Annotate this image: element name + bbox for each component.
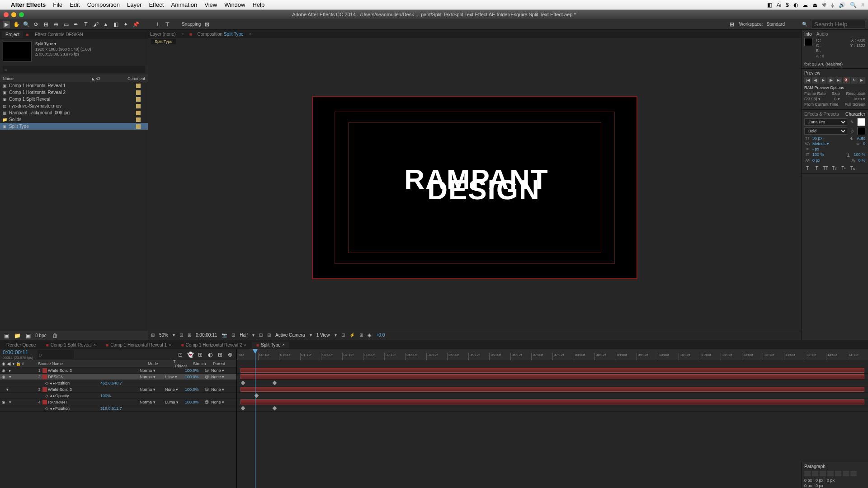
folder-icon[interactable]: 📁 <box>14 332 21 339</box>
layer-property[interactable]: ◇ ◂ ▸Position318.0,611.7 <box>0 405 236 412</box>
align-left-icon[interactable] <box>804 471 811 476</box>
layer-bar[interactable] <box>241 374 864 379</box>
full-screen-checkbox[interactable]: Full Screen <box>844 102 865 107</box>
traffic-lights[interactable] <box>4 12 24 17</box>
bpc-toggle[interactable]: 8 bpc <box>35 333 46 338</box>
graph-icon[interactable]: ⊞ <box>217 351 224 358</box>
playhead[interactable] <box>255 349 255 488</box>
puppet-tool-icon[interactable]: 📌 <box>132 21 139 28</box>
status-icon[interactable]: ◐ <box>793 2 798 8</box>
brain-icon[interactable]: ⊚ <box>226 351 234 358</box>
menu-view[interactable]: View <box>204 1 217 8</box>
snap-icon[interactable]: ⊠ <box>203 21 211 28</box>
layer-property[interactable]: ◇ ◂ ▸Position462.0,648.7 <box>0 380 236 386</box>
fast-preview-icon[interactable]: ⚡ <box>349 333 355 338</box>
project-item[interactable]: ▣Split Type <box>0 123 148 130</box>
snapshot-icon[interactable]: 📷 <box>222 333 227 338</box>
tab-paragraph[interactable]: Paragraph <box>804 464 826 469</box>
new-comp-icon[interactable]: ▣ <box>24 332 32 339</box>
comp-thumbnail[interactable] <box>3 42 32 61</box>
shy-icon[interactable]: 👻 <box>187 351 194 358</box>
bluetooth-icon[interactable]: ❊ <box>822 2 826 8</box>
keyframe-icon[interactable] <box>273 406 277 411</box>
justify-left-icon[interactable] <box>827 471 834 476</box>
font-size[interactable]: 36 px <box>812 136 822 141</box>
menu-help[interactable]: Help <box>252 1 264 8</box>
roi-icon[interactable]: ⊡ <box>259 333 263 338</box>
align-center-icon[interactable] <box>812 471 818 476</box>
layer-property[interactable]: ◇ ◂ ▸Opacity100% <box>0 393 236 399</box>
search-help-input[interactable] <box>811 20 865 28</box>
canvas[interactable]: RAMPANT DESIGN <box>312 96 637 279</box>
local-axis-icon[interactable]: ⊥ <box>154 21 161 28</box>
zoom-icon[interactable] <box>19 12 24 17</box>
skip-select[interactable]: 0 ▾ <box>834 97 840 101</box>
col-name[interactable]: Name <box>3 76 14 81</box>
pan-behind-tool-icon[interactable]: ⊕ <box>52 21 60 28</box>
from-current-checkbox[interactable]: From Current Time <box>804 102 839 107</box>
comp-breadcrumb[interactable]: Split Type <box>151 39 176 44</box>
baseline[interactable]: 0 px <box>812 158 820 163</box>
resolution-select[interactable]: Auto ▾ <box>854 97 865 101</box>
text-layers[interactable]: RAMPANT DESIGN <box>402 162 547 208</box>
frame-blend-icon[interactable]: ⊞ <box>197 351 204 358</box>
status-icon[interactable]: Ai <box>777 2 782 8</box>
roto-tool-icon[interactable]: ✦ <box>122 21 129 28</box>
trash-icon[interactable]: 🗑 <box>52 332 59 339</box>
layer-row[interactable]: ◉ ▾2 DESIGN Norma ▾ L.Inv ▾ 100.0% @None… <box>0 374 236 380</box>
ruler-icon[interactable]: ⊡ <box>179 333 183 338</box>
transparency-icon[interactable]: ⊞ <box>267 333 271 338</box>
frame-rate-select[interactable]: (23.98) ▾ <box>804 97 821 101</box>
timeline-icon[interactable]: ⊞ <box>359 333 363 338</box>
small-caps[interactable]: Tᴛ <box>831 165 838 172</box>
grid-icon[interactable]: ⊞ <box>188 333 191 338</box>
minimize-icon[interactable] <box>11 12 16 17</box>
hand-tool-icon[interactable]: ✋ <box>13 21 20 28</box>
v-scale[interactable]: 100 % <box>812 152 824 157</box>
layer-row[interactable]: ◉ ▾4 RAMPANT Norma ▾ Luma ▾ 100.0% @None… <box>0 399 236 405</box>
timeline-tab[interactable]: ■Comp 1 Split Reveal× <box>42 342 100 348</box>
justify-all-icon[interactable] <box>850 471 857 476</box>
menu-file[interactable]: File <box>53 1 62 8</box>
font-style-select[interactable]: Bold <box>804 127 847 135</box>
subscript[interactable]: T₁ <box>849 165 856 172</box>
project-item[interactable]: ▤nyc-drive-Sav-master.mov <box>0 103 148 109</box>
layer-bar[interactable] <box>241 387 864 392</box>
space-after[interactable]: 0 px <box>816 483 823 488</box>
tsume[interactable]: 0 % <box>858 158 865 163</box>
menu-icon[interactable]: ≡ <box>861 2 864 8</box>
flowchart-icon[interactable]: ⊞ <box>151 333 155 338</box>
tab-effect-controls[interactable]: Effect Controls DESIGN <box>31 31 87 38</box>
project-item[interactable]: ▦Rampant...ackground_008.jpg <box>0 109 148 116</box>
col-comment[interactable]: Comment <box>127 76 145 81</box>
align-right-icon[interactable] <box>820 471 826 476</box>
close-icon[interactable] <box>4 12 9 17</box>
world-axis-icon[interactable]: ⊤ <box>164 21 171 28</box>
type-tool-icon[interactable]: T <box>82 21 90 28</box>
indent-left[interactable]: 0 px <box>804 478 812 483</box>
tab-info[interactable]: Info <box>804 32 812 37</box>
track-area[interactable] <box>237 367 868 412</box>
snapping-label[interactable]: Snapping <box>182 22 201 27</box>
layer-bar[interactable] <box>241 399 864 404</box>
h-scale[interactable]: 100 % <box>854 152 865 157</box>
prev-frame-icon[interactable]: ◀| <box>812 77 819 84</box>
interpret-icon[interactable]: ▣ <box>3 332 10 339</box>
clone-tool-icon[interactable]: ▲ <box>102 21 109 28</box>
indent-right[interactable]: 0 px <box>827 478 835 483</box>
layer-row[interactable]: ▾3 White Solid 3 Norma ▾ None ▾ 100.0% @… <box>0 386 236 393</box>
magnification[interactable]: 50% <box>159 333 168 338</box>
timeline-tab[interactable]: ■Comp 1 Horizontal Reveal 2× <box>176 342 250 348</box>
wifi-icon[interactable]: ⏚ <box>831 2 834 8</box>
app-name[interactable]: After Effects <box>11 1 46 8</box>
mute-icon[interactable]: 🔇 <box>843 77 850 84</box>
shape-tool-icon[interactable]: ▭ <box>62 21 70 28</box>
tab-composition[interactable]: Composition Split Type <box>198 32 244 37</box>
project-item[interactable]: ▣Comp 1 Horizontal Reveal 2 <box>0 89 148 96</box>
tab-render-queue[interactable]: Render Queue <box>2 342 41 348</box>
brush-tool-icon[interactable]: 🖌 <box>92 21 99 28</box>
stroke-width[interactable]: - px <box>812 147 819 151</box>
time-ruler[interactable]: :00f00:12f01:00f01:12f02:00f02:12f03:00f… <box>237 349 868 360</box>
kerning[interactable]: Metrics ▾ <box>812 141 829 146</box>
comp-name[interactable]: Split Type ▾ <box>35 42 91 47</box>
